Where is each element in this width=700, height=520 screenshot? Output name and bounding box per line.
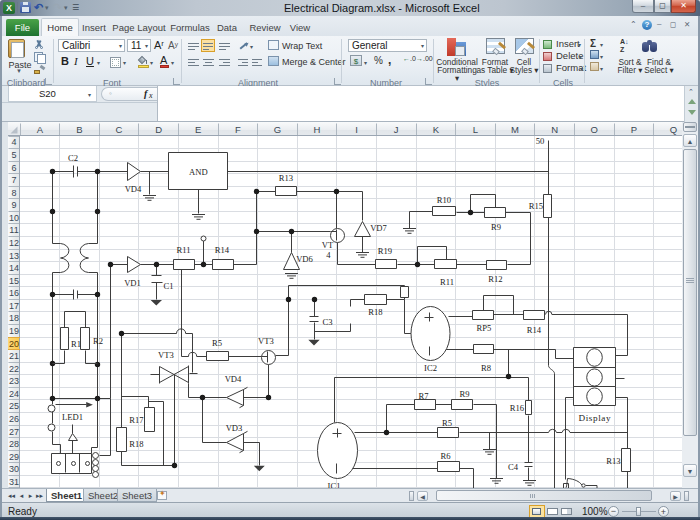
svg-text:24: 24 bbox=[9, 389, 19, 399]
svg-text:6: 6 bbox=[11, 163, 16, 173]
svg-text:R10: R10 bbox=[437, 195, 451, 205]
svg-text:27: 27 bbox=[9, 427, 19, 437]
svg-text:IC1: IC1 bbox=[328, 481, 341, 488]
svg-text:R14: R14 bbox=[527, 325, 542, 335]
svg-text:N: N bbox=[551, 124, 558, 135]
svg-text:16: 16 bbox=[9, 288, 19, 298]
svg-text:VD4: VD4 bbox=[125, 184, 142, 194]
svg-text:R18: R18 bbox=[129, 439, 143, 449]
svg-text:R12: R12 bbox=[488, 274, 502, 284]
svg-text:R18: R18 bbox=[368, 307, 382, 317]
svg-text:50: 50 bbox=[536, 136, 545, 146]
svg-text:31: 31 bbox=[9, 477, 19, 487]
svg-text:12: 12 bbox=[9, 238, 19, 248]
svg-text:R5: R5 bbox=[212, 338, 222, 348]
svg-text:23: 23 bbox=[9, 376, 19, 386]
svg-text:VT3: VT3 bbox=[158, 350, 174, 360]
svg-text:R16: R16 bbox=[510, 403, 525, 413]
svg-text:30: 30 bbox=[9, 464, 19, 474]
svg-text:Display: Display bbox=[578, 413, 611, 423]
svg-text:B: B bbox=[76, 124, 82, 135]
svg-text:A: A bbox=[37, 124, 44, 135]
svg-text:15: 15 bbox=[9, 276, 19, 286]
svg-text:R13: R13 bbox=[279, 173, 293, 183]
svg-text:19: 19 bbox=[9, 326, 19, 336]
svg-text:14: 14 bbox=[9, 263, 19, 273]
svg-text:R13: R13 bbox=[606, 456, 620, 466]
svg-text:R5: R5 bbox=[442, 418, 452, 428]
svg-text:P: P bbox=[631, 124, 637, 135]
svg-text:21: 21 bbox=[9, 351, 19, 361]
svg-text:10: 10 bbox=[9, 213, 19, 223]
svg-text:26: 26 bbox=[9, 414, 19, 424]
svg-text:4: 4 bbox=[11, 137, 16, 147]
svg-text:20: 20 bbox=[9, 339, 19, 349]
svg-text:R11: R11 bbox=[440, 277, 454, 287]
svg-text:R8: R8 bbox=[481, 363, 491, 373]
svg-text:O: O bbox=[591, 124, 598, 135]
svg-text:E: E bbox=[195, 124, 201, 135]
svg-text:VD4: VD4 bbox=[225, 374, 242, 384]
svg-text:R17: R17 bbox=[129, 415, 144, 425]
svg-text:28: 28 bbox=[9, 439, 19, 449]
svg-text:9: 9 bbox=[11, 200, 16, 210]
svg-text:13: 13 bbox=[9, 251, 19, 261]
svg-text:G: G bbox=[274, 124, 281, 135]
svg-text:Q: Q bbox=[670, 124, 677, 135]
svg-text:7: 7 bbox=[11, 175, 16, 185]
svg-text:R6: R6 bbox=[440, 451, 451, 461]
svg-text:M: M bbox=[511, 124, 519, 135]
svg-text:VD3: VD3 bbox=[226, 423, 243, 433]
svg-text:5: 5 bbox=[11, 150, 16, 160]
svg-text:H: H bbox=[314, 124, 321, 135]
svg-text:RP5: RP5 bbox=[477, 323, 492, 333]
svg-text:4: 4 bbox=[326, 250, 331, 260]
svg-text:J: J bbox=[394, 124, 399, 135]
svg-text:29: 29 bbox=[9, 452, 19, 462]
svg-text:I: I bbox=[355, 124, 358, 135]
svg-text:VT: VT bbox=[322, 240, 334, 250]
svg-text:25: 25 bbox=[9, 401, 19, 411]
svg-text:R11: R11 bbox=[176, 245, 190, 255]
svg-text:R9: R9 bbox=[459, 389, 469, 399]
svg-text:VT3: VT3 bbox=[258, 336, 274, 346]
svg-text:F: F bbox=[235, 124, 241, 135]
svg-text:AND: AND bbox=[189, 167, 208, 177]
svg-text:R2: R2 bbox=[93, 336, 103, 346]
svg-text:IC2: IC2 bbox=[424, 363, 437, 373]
svg-text:VD7: VD7 bbox=[370, 223, 387, 233]
svg-text:C4: C4 bbox=[508, 462, 519, 472]
svg-text:VD1: VD1 bbox=[124, 278, 141, 288]
svg-text:R1: R1 bbox=[71, 339, 81, 349]
svg-text:11: 11 bbox=[9, 225, 18, 235]
svg-text:R14: R14 bbox=[215, 245, 230, 255]
svg-text:LED1: LED1 bbox=[62, 412, 83, 422]
svg-text:R7: R7 bbox=[418, 391, 429, 401]
svg-text:L: L bbox=[473, 124, 478, 135]
svg-text:C: C bbox=[116, 124, 123, 135]
svg-text:D: D bbox=[155, 124, 162, 135]
svg-text:18: 18 bbox=[9, 313, 19, 323]
svg-text:K: K bbox=[433, 124, 440, 135]
svg-text:C2: C2 bbox=[68, 153, 78, 163]
svg-text:R15: R15 bbox=[529, 201, 543, 211]
svg-text:17: 17 bbox=[9, 301, 19, 311]
svg-text:R19: R19 bbox=[378, 246, 392, 256]
svg-text:R9: R9 bbox=[491, 222, 501, 232]
svg-text:C1: C1 bbox=[163, 281, 173, 291]
svg-text:22: 22 bbox=[9, 364, 19, 374]
svg-text:8: 8 bbox=[11, 188, 16, 198]
svg-text:VD6: VD6 bbox=[296, 254, 313, 264]
svg-text:C3: C3 bbox=[322, 317, 332, 327]
